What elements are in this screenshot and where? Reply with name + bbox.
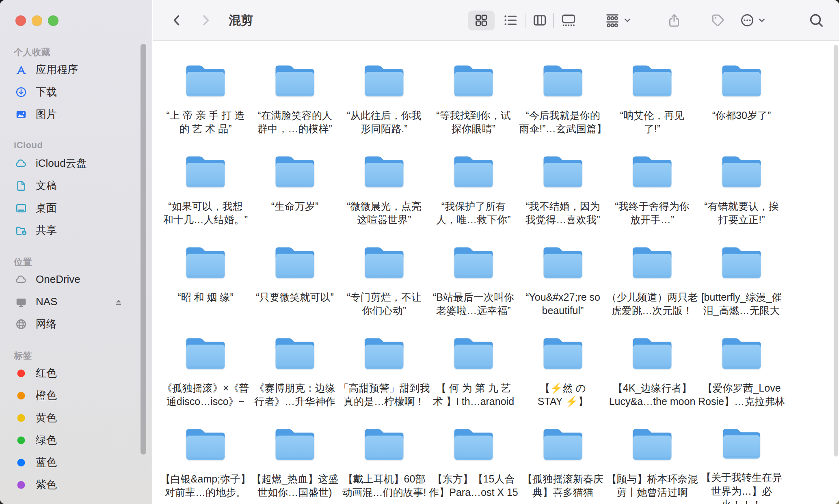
sidebar-item-label: 应用程序 xyxy=(36,62,78,77)
sidebar-item-下载[interactable]: 下载 xyxy=(0,81,152,103)
gallery-view-button[interactable] xyxy=(561,13,576,28)
group-by-button[interactable] xyxy=(605,13,631,28)
folder-item[interactable]: 「高甜预警」甜到我 真的是…柠檬啊！ xyxy=(339,330,429,420)
tags-button[interactable] xyxy=(711,13,725,28)
folder-item[interactable]: “上 帝 亲 手 打 造 的 艺 术 品” xyxy=(161,57,250,148)
sidebar-item-黄色[interactable]: 黄色 xyxy=(0,407,152,429)
folder-item[interactable]: 【超燃_热血】这盛 世如你…国盛世) xyxy=(250,420,339,504)
folder-label: “专门剪烂，不让 你们心动” xyxy=(336,291,432,318)
folder-label: 【东方】【15人合 作】Para…ost X 15 xyxy=(426,472,521,500)
sidebar-item-橙色[interactable]: 橙色 xyxy=(0,384,152,407)
sidebar-item-紫色[interactable]: 紫色 xyxy=(0,474,152,496)
folder-icon xyxy=(272,153,318,190)
folder-item[interactable]: “从此往后，你我 形同陌路.” xyxy=(339,57,429,148)
folder-item[interactable]: “等我找到你，试 探你眼睛” xyxy=(429,57,518,148)
folder-item[interactable]: 【白银&amp;弥子】 对前辈…的地步。 xyxy=(161,420,250,504)
folder-label: 【顾与】桥本环奈混 剪丨她曾活过啊 xyxy=(604,472,700,500)
share-button[interactable] xyxy=(667,13,681,28)
eject-button[interactable] xyxy=(112,295,125,308)
folder-icon xyxy=(629,425,675,463)
folder-label: “我保护了所有 人，唯…救下你” xyxy=(426,200,521,227)
search-button[interactable] xyxy=(809,13,824,28)
folder-item[interactable]: “You&#x27;re so beautiful” xyxy=(518,239,608,330)
more-circle-icon xyxy=(740,13,755,28)
folder-icon xyxy=(361,425,407,463)
folder-item[interactable]: 《赛博朋克：边缘 行者》…升华神作 xyxy=(250,330,339,420)
folder-item[interactable]: “昭 和 姻 缘” xyxy=(161,239,250,330)
folder-item[interactable]: “专门剪烂，不让 你们心动” xyxy=(339,239,429,330)
sidebar-item-应用程序[interactable]: 应用程序 xyxy=(0,58,152,81)
sidebar-item-label: 图片 xyxy=(36,107,57,121)
sidebar-item-网络[interactable]: 网络 xyxy=(0,313,152,335)
download-icon xyxy=(15,86,27,98)
folder-item[interactable]: “我终于舍得为你 放开手…” xyxy=(608,148,697,239)
shared-folder-icon xyxy=(15,224,27,237)
folder-item[interactable]: 《孤独摇滚》×《普 通disco…isco》~ xyxy=(161,330,250,420)
cloud-icon xyxy=(15,157,27,170)
folder-icon xyxy=(540,243,586,281)
folder-icon xyxy=(450,62,497,99)
folder-item[interactable]: “今后我就是你的 雨伞!”…玄武国篇】 xyxy=(518,57,608,148)
folder-item[interactable]: 【 何 为 第 九 艺 术 】I th…aranoid xyxy=(429,330,518,420)
list-view-icon xyxy=(503,13,518,28)
folder-item[interactable]: 【戴上耳机】60部 动画混…们的故事! xyxy=(339,420,429,504)
folder-item[interactable]: （少儿频道）两只老 虎爱跳…次元版！ xyxy=(608,239,697,330)
folder-label: “有错就要认，挨 打要立正!” xyxy=(694,200,789,227)
gallery-view-icon xyxy=(561,13,576,28)
folder-item[interactable]: 【孤独摇滚新春庆 典】喜多猫猫 xyxy=(518,420,608,504)
column-view-button[interactable] xyxy=(532,13,547,28)
folder-item[interactable]: “微微晨光，点亮 这喧嚣世界” xyxy=(339,148,429,239)
folder-item[interactable]: “你都30岁了” xyxy=(697,57,786,148)
list-view-button[interactable] xyxy=(503,13,518,28)
sidebar-item-label: 红色 xyxy=(36,366,57,380)
sidebar-item-桌面[interactable]: 桌面 xyxy=(0,197,152,219)
folder-icon xyxy=(272,62,318,99)
folder-item[interactable]: “生命万岁” xyxy=(250,148,339,239)
content-scrollbar[interactable] xyxy=(834,45,838,457)
folder-item[interactable]: “我不结婚，因为 我觉得…喜欢我” xyxy=(518,148,608,239)
folder-item[interactable]: “只要微笑就可以” xyxy=(250,239,339,330)
tag-dot xyxy=(15,457,27,469)
sidebar-item-图片[interactable]: 图片 xyxy=(0,103,152,125)
sidebar-scrollbar[interactable] xyxy=(141,44,146,454)
folder-item[interactable]: 【⚡然 の STAY ⚡】 xyxy=(518,330,608,420)
forward-button[interactable] xyxy=(199,13,212,27)
more-actions-button[interactable] xyxy=(740,13,766,28)
folder-icon xyxy=(718,62,765,99)
folder-item[interactable]: “如果可以，我想 和十几…人结婚。” xyxy=(161,148,250,239)
sidebar-item-iCloud云盘[interactable]: iCloud云盘 xyxy=(0,152,152,174)
folder-item[interactable]: 【顾与】桥本环奈混 剪丨她曾活过啊 xyxy=(608,420,697,504)
folder-label: “你都30岁了” xyxy=(694,109,789,122)
folder-item[interactable]: “我保护了所有 人，唯…救下你” xyxy=(429,148,518,239)
sidebar-item-绿色[interactable]: 绿色 xyxy=(0,429,152,451)
folder-label: “我终于舍得为你 放开手…” xyxy=(604,200,700,227)
folder-label: “呐艾伦，再见 了!” xyxy=(604,109,700,136)
folder-item[interactable]: “呐艾伦，再见 了!” xyxy=(608,57,697,148)
folder-item[interactable]: “B站最后一次叫你 老婆啦…远幸福” xyxy=(429,239,518,330)
sidebar-item-蓝色[interactable]: 蓝色 xyxy=(0,451,152,474)
sidebar-item-红色[interactable]: 红色 xyxy=(0,362,152,384)
close-window-button[interactable] xyxy=(15,15,26,26)
folder-icon xyxy=(540,153,586,190)
folder-icon xyxy=(718,243,765,281)
sidebar-item-NAS[interactable]: NAS xyxy=(0,291,152,313)
sidebar-item-共享[interactable]: 共享 xyxy=(0,219,152,241)
grid-view-button[interactable] xyxy=(474,13,489,28)
folder-label: “在满脸笑容的人 群中，…的模样” xyxy=(247,109,343,136)
sidebar-section-title: 标签 xyxy=(14,350,152,360)
folder-label: “B站最后一次叫你 老婆啦…远幸福” xyxy=(426,291,521,318)
back-button[interactable] xyxy=(170,13,184,27)
folder-icon xyxy=(718,425,765,461)
eject-icon xyxy=(112,296,125,308)
minimize-window-button[interactable] xyxy=(32,15,42,26)
folder-item[interactable]: 【4K_边缘行者】 Lucy&a…the moon xyxy=(608,330,697,420)
folder-item[interactable]: [butterfly_综漫_催 泪_高燃…无限大 xyxy=(697,239,786,330)
sidebar-item-文稿[interactable]: 文稿 xyxy=(0,174,152,197)
folder-item[interactable]: 【爱你罗茜_Love Rosie】…克拉弗林 xyxy=(697,330,786,420)
folder-item[interactable]: 【关于我转生在异 世界为…】必火！！！ xyxy=(697,420,786,504)
folder-item[interactable]: “在满脸笑容的人 群中，…的模样” xyxy=(250,57,339,148)
zoom-window-button[interactable] xyxy=(48,15,58,26)
sidebar-item-OneDrive[interactable]: OneDrive xyxy=(0,268,152,291)
folder-item[interactable]: 【东方】【15人合 作】Para…ost X 15 xyxy=(429,420,518,504)
folder-item[interactable]: “有错就要认，挨 打要立正!” xyxy=(697,148,786,239)
